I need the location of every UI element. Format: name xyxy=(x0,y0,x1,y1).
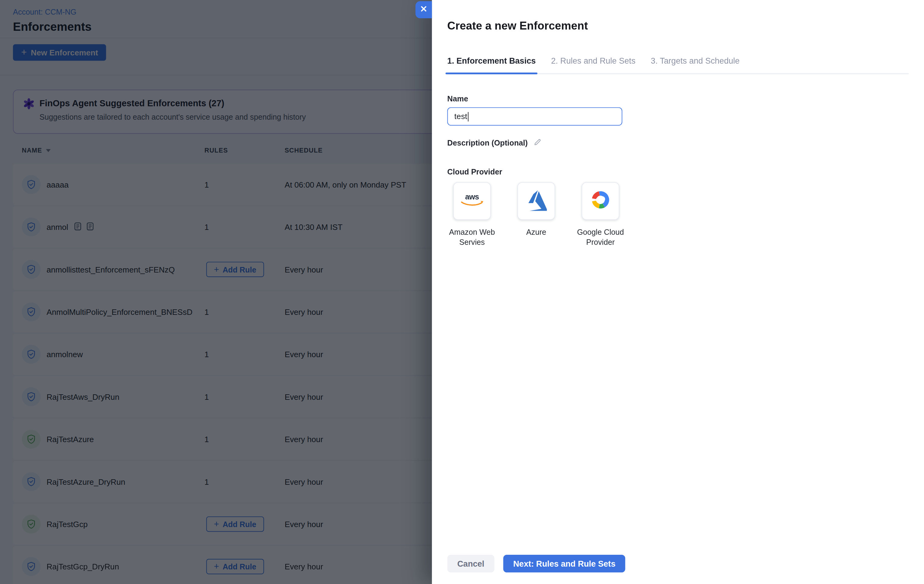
modal-overlay[interactable] xyxy=(0,0,432,584)
tab-rules-and-rule-sets[interactable]: 2. Rules and Rule Sets xyxy=(551,56,635,73)
gcp-logo-icon xyxy=(589,188,612,214)
tab-targets-and-schedule[interactable]: 3. Targets and Schedule xyxy=(651,56,739,73)
name-input-value: test xyxy=(454,112,467,121)
drawer-tabs: 1. Enforcement Basics 2. Rules and Rule … xyxy=(447,56,909,74)
edit-pencil-icon[interactable] xyxy=(533,138,541,148)
drawer-content: Create a new Enforcement 1. Enforcement … xyxy=(432,0,924,584)
cancel-button[interactable]: Cancel xyxy=(447,555,495,572)
name-input[interactable]: test xyxy=(447,107,622,126)
app-root: Account: CCM-NG Enforcements + New Enfor… xyxy=(0,0,924,584)
create-enforcement-drawer: Create a new Enforcement 1. Enforcement … xyxy=(432,0,924,584)
azure-card[interactable] xyxy=(517,182,555,220)
tab-enforcement-basics[interactable]: 1. Enforcement Basics xyxy=(447,56,536,73)
cloud-provider-options: aws Amazon Web Servies Azure Google Clou… xyxy=(442,182,909,247)
provider-label: Amazon Web Servies xyxy=(442,227,502,247)
close-icon xyxy=(419,4,429,15)
next-rules-and-rule-sets-button[interactable]: Next: Rules and Rule Sets xyxy=(503,555,625,572)
drawer-title: Create a new Enforcement xyxy=(447,20,909,33)
svg-text:aws: aws xyxy=(465,192,479,201)
provider-option-azure[interactable]: Azure xyxy=(507,182,566,247)
description-label-text: Description (Optional) xyxy=(447,139,528,147)
close-drawer-button[interactable] xyxy=(416,1,432,18)
gcp-card[interactable] xyxy=(582,182,619,220)
description-label: Description (Optional) xyxy=(447,138,909,148)
provider-label: Google Cloud Provider xyxy=(571,227,630,247)
aws-card[interactable]: aws xyxy=(453,182,491,220)
provider-option-gcp[interactable]: Google Cloud Provider xyxy=(571,182,630,247)
azure-logo-icon xyxy=(526,189,547,213)
text-cursor xyxy=(468,112,469,121)
name-label: Name xyxy=(447,94,909,103)
provider-option-aws[interactable]: aws Amazon Web Servies xyxy=(442,182,502,247)
provider-label: Azure xyxy=(526,227,546,237)
drawer-footer: Cancel Next: Rules and Rule Sets xyxy=(447,555,626,572)
cloud-provider-label: Cloud Provider xyxy=(447,167,909,176)
aws-logo-icon: aws xyxy=(458,190,485,212)
